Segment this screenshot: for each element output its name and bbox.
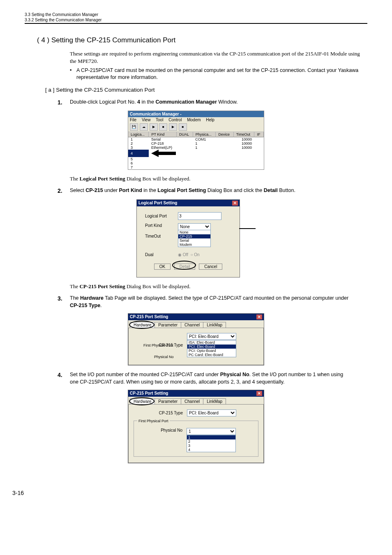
cell: 7	[128, 165, 149, 169]
b: CP-215	[85, 187, 103, 193]
cp215-type-select[interactable]: PCI: Elec-Board	[187, 333, 236, 340]
col-ptkind[interactable]: PT Kind	[149, 132, 177, 137]
col-physical[interactable]: Physica...	[193, 132, 216, 137]
list-item[interactable]: PC Card: Elec-Board	[187, 353, 236, 357]
col-ir[interactable]: IF	[254, 132, 264, 137]
menu-bar[interactable]: File View Tool Control Modem Help	[128, 117, 264, 123]
toolbar-btn-2[interactable]: ☁	[140, 123, 148, 131]
section-4-title: ( 4 ) Setting the CP-215 Communication P…	[37, 36, 367, 44]
b: Hardware	[80, 295, 104, 301]
menu-help[interactable]: Help	[206, 118, 214, 122]
grid-row-7[interactable]: 7	[128, 165, 264, 169]
list-item[interactable]: PCI: Opto-Board	[187, 349, 236, 353]
logical-port-label: Logical Port	[145, 214, 178, 218]
grid-row-4-highlighted[interactable]: 4	[128, 150, 264, 157]
cell	[216, 146, 233, 150]
timeout-label: TimeOut	[145, 234, 178, 238]
cp215-type-list[interactable]: ISA: Elec-Board PCI: Elec-Board PCI: Opt…	[187, 340, 236, 357]
cell: 1	[193, 141, 216, 146]
cell: Ethernet(LP)	[149, 146, 177, 150]
toolbar-btn-4[interactable]: ■	[159, 123, 167, 131]
step-1-text3: Window.	[217, 99, 238, 105]
port-kind-select[interactable]: None	[178, 223, 211, 230]
list-item[interactable]: 3	[187, 444, 235, 448]
toolbar-save-icon[interactable]: 💾	[130, 123, 138, 131]
window-title: Communication Manager -	[130, 112, 182, 116]
grid-row-3[interactable]: 3Ethernet(LP)110000	[128, 146, 264, 150]
cp215-type-row: CP-215 Type PCI: Elec-Board	[134, 408, 258, 418]
cell	[254, 141, 264, 146]
grid-row-2[interactable]: 2CP-218110000	[128, 141, 264, 146]
col-dual[interactable]: DUAL	[176, 132, 193, 137]
cancel-button[interactable]: Cancel	[199, 264, 222, 270]
t: Button.	[278, 187, 295, 193]
cell	[176, 137, 193, 142]
grid-row-6[interactable]: 6	[128, 161, 264, 165]
dialog-titlebar: Logical Port Setting ✕	[137, 200, 240, 206]
list-item-selected[interactable]: 1	[187, 435, 235, 439]
cp215-type-select[interactable]: PCI: Elec-Board	[187, 409, 236, 416]
menu-file[interactable]: File	[130, 118, 136, 122]
dual-options: ◉ Off ○ On	[178, 252, 200, 257]
tab-parameter[interactable]: Parameter	[154, 322, 181, 328]
ok-button[interactable]: OK	[154, 264, 171, 270]
col-device[interactable]: Device	[216, 132, 233, 137]
list-item[interactable]: Modem	[178, 243, 210, 247]
t: Dialog Box and click the	[206, 187, 263, 193]
grid-row-5[interactable]: 5	[128, 157, 264, 161]
tab-linkmap[interactable]: LinkMap	[203, 398, 226, 404]
close-icon[interactable]: ✕	[256, 314, 262, 319]
col-logical[interactable]: Logica...	[128, 132, 149, 137]
close-icon[interactable]: ✕	[256, 391, 262, 396]
dual-on[interactable]: On	[194, 252, 199, 257]
list-item[interactable]: None	[178, 230, 210, 234]
tab-linkmap[interactable]: LinkMap	[203, 322, 226, 328]
tab-channel[interactable]: Channel	[181, 398, 203, 404]
tab-channel[interactable]: Channel	[181, 322, 203, 328]
cell	[176, 146, 193, 150]
b: Detail	[264, 187, 278, 193]
page-content: 3.3 Setting the Communication Manager 3.…	[0, 0, 392, 477]
physical-no-list[interactable]: 1 2 3 4	[187, 435, 236, 452]
list-item[interactable]: 4	[187, 448, 235, 452]
t: Set the I/O port number of the mounted C…	[70, 372, 220, 377]
figure-2: Logical Port Setting ✕ Logical Port Port…	[25, 199, 367, 278]
note-1-pre: The	[70, 176, 79, 182]
step-2: 2. Select CP-215 under Port Kind in the …	[58, 187, 367, 195]
dialog-title: CP-215 Port Setting	[130, 314, 168, 319]
list-item-selected[interactable]: CP-215	[178, 234, 210, 238]
grid-row-1[interactable]: 1SerialCOM110000	[128, 137, 264, 142]
page-number: 3-16	[12, 490, 392, 496]
menu-control[interactable]: Control	[168, 118, 182, 122]
col-timeout[interactable]: TimeOut	[233, 132, 254, 137]
list-item[interactable]: 2	[187, 439, 235, 444]
section-4-intro: These settings are required to perform e…	[70, 50, 367, 65]
list-item[interactable]: ISA: Elec-Board	[187, 340, 236, 345]
list-item-selected[interactable]: PCI: Elec-Board	[187, 345, 236, 349]
logical-port-input[interactable]	[178, 212, 221, 220]
cell	[216, 141, 233, 146]
cell: 10000	[233, 141, 254, 146]
physical-no-row: Physical No 1 1 2 3 4	[137, 428, 255, 452]
physical-no-select[interactable]: 1	[187, 428, 236, 435]
grid-header-row: Logica... PT Kind DUAL Physica... Device…	[128, 132, 264, 137]
toolbar-btn-6[interactable]: ■	[179, 123, 187, 131]
arrow-icon	[151, 150, 176, 157]
cell: 6	[128, 161, 149, 165]
menu-tool[interactable]: Tool	[156, 118, 163, 122]
close-icon[interactable]: ✕	[232, 201, 238, 206]
step-1-text: Double-click Logical Port No.	[70, 99, 137, 105]
toolbar-btn-3[interactable]: ▶	[150, 123, 158, 131]
toolbar-btn-5[interactable]: ▶	[169, 123, 177, 131]
ellipse-callout-icon	[128, 397, 157, 406]
cell	[149, 165, 264, 169]
dual-off[interactable]: Off	[183, 252, 188, 257]
list-item[interactable]: Serial	[178, 238, 210, 243]
menu-view[interactable]: View	[142, 118, 151, 122]
menu-modem[interactable]: Modem	[187, 118, 201, 122]
tab-parameter[interactable]: Parameter	[154, 398, 181, 404]
dialog-title: Logical Port Setting	[138, 201, 177, 206]
t: .	[100, 303, 101, 308]
port-kind-list[interactable]: None CP-215 Serial Modem	[178, 230, 211, 247]
logical-port-setting-dialog: Logical Port Setting ✕ Logical Port Port…	[136, 199, 240, 278]
